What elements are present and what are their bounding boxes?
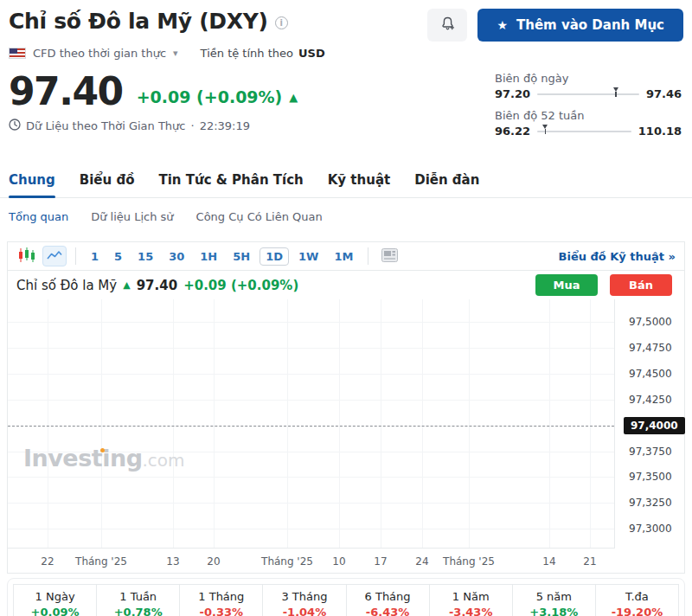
perf-cell-1-week[interactable]: 1 Tuần +0,78%	[97, 585, 180, 616]
perf-value: -1,04%	[263, 605, 345, 616]
gridline	[422, 299, 423, 548]
news-events-button[interactable]	[377, 246, 401, 266]
line-chart-icon	[47, 249, 62, 264]
tab-chung[interactable]: Chung	[9, 172, 55, 197]
day-range-label: Biên độ ngày	[495, 72, 682, 85]
day-range-marker	[613, 87, 618, 97]
header: Chỉ số Đô la Mỹ (DXY) i ★ Thêm vào Danh …	[0, 0, 692, 42]
current-price-badge: 97,4000	[624, 417, 685, 434]
gridline	[101, 299, 102, 548]
gridline	[8, 529, 614, 529]
timeframe-1[interactable]: 1	[85, 247, 105, 266]
x-axis-label: 10	[332, 555, 345, 568]
perf-label: 5 năm	[513, 589, 595, 605]
y-axis-label: 97,3000	[629, 523, 672, 535]
perf-cell-1-year[interactable]: 1 Năm -3,43%	[430, 585, 513, 616]
timeframe-1w[interactable]: 1W	[292, 247, 324, 266]
gridline	[214, 299, 215, 548]
perf-cell-6-months[interactable]: 6 Tháng -6,43%	[347, 585, 430, 616]
instrument-overview-page: Chỉ số Đô la Mỹ (DXY) i ★ Thêm vào Danh …	[0, 0, 692, 616]
chart-panel: 1 5 15 30 1H 5H 1D 1W 1M	[7, 241, 685, 574]
chart-plot-area[interactable]: Investing .com	[8, 299, 615, 549]
us-flag-icon	[9, 48, 26, 59]
day-range-high: 97.46	[646, 87, 682, 100]
add-to-portfolio-label: Thêm vào Danh Mục	[516, 17, 664, 33]
x-axis-label: 22	[41, 555, 54, 568]
perf-cell-max[interactable]: T.đa -19,20%	[596, 585, 678, 616]
x-axis-label: 13	[166, 555, 179, 568]
page-title: Chỉ số Đô la Mỹ (DXY)	[9, 9, 268, 34]
instrument-meta: CFD theo thời gian thực ▾ Tiền tệ tính t…	[0, 42, 692, 60]
perf-cell-1-month[interactable]: 1 Tháng -0,33%	[180, 585, 263, 616]
day-range-low: 97.20	[495, 87, 530, 100]
x-axis-label: 24	[415, 555, 428, 568]
timeframe-1h[interactable]: 1H	[194, 247, 223, 266]
perf-value: +0,78%	[97, 605, 179, 616]
week52-range-high: 110.18	[638, 125, 682, 138]
subtab-tong-quan[interactable]: Tổng quan	[9, 210, 68, 223]
price-change: +0.09 (+0.09%) ▲	[137, 87, 298, 112]
y-axis[interactable]: 97,5000 97,4750 97,4500 97,4250 97,4000 …	[615, 299, 684, 549]
chart-legend: Chỉ số Đô la Mỹ ▲ 97.40 +0.09 (+0.09%) M…	[8, 271, 684, 299]
perf-label: 6 Tháng	[347, 589, 429, 605]
week52-range-track	[537, 131, 631, 132]
toolbar-divider	[368, 247, 368, 265]
week52-range-marker	[542, 125, 548, 134]
gridline	[173, 299, 174, 548]
gridline	[8, 322, 614, 323]
subtab-cong-cu-lien-quan[interactable]: Công Cụ Có Liên Quan	[196, 210, 323, 223]
tab-bieu-do[interactable]: Biểu đồ	[80, 172, 135, 197]
buy-button[interactable]: Mua	[535, 274, 598, 296]
watermark-dot	[100, 448, 105, 452]
subtab-du-lieu-lich-su[interactable]: Dữ liệu Lịch sử	[91, 210, 173, 223]
create-alert-button[interactable]	[427, 9, 467, 42]
legend-price: 97.40	[137, 278, 177, 293]
realtime-row: Dữ Liệu theo Thời Gian Thực · 22:39:19	[9, 119, 298, 133]
timeframe-1d[interactable]: 1D	[260, 247, 289, 266]
gridline	[8, 400, 614, 401]
current-price-line	[8, 426, 614, 427]
perf-cell-5-years[interactable]: 5 năm +3,18%	[513, 585, 596, 616]
up-triangle-icon: ▲	[289, 91, 298, 104]
realtime-time: 22:39:19	[200, 119, 250, 132]
timeframe-30[interactable]: 30	[163, 247, 190, 266]
perf-value: -3,43%	[430, 605, 512, 616]
y-axis-label: 97,5000	[629, 316, 672, 328]
timeframe-15[interactable]: 15	[131, 247, 159, 266]
perf-value: -19,20%	[596, 605, 678, 616]
caret-down-icon[interactable]: ▾	[173, 48, 178, 59]
line-chart-button[interactable]	[42, 246, 67, 266]
instrument-type-label[interactable]: CFD theo thời gian thực	[33, 47, 166, 60]
performance-summary: 1 Ngày +0,09% 1 Tuần +0,78% 1 Tháng -0,3…	[7, 578, 685, 616]
perf-label: 1 Ngày	[14, 589, 96, 605]
gridline	[469, 299, 470, 548]
y-axis-label: 97,3250	[629, 497, 672, 509]
watermark-suffix: .com	[142, 450, 184, 471]
day-range-track	[537, 93, 639, 95]
info-icon[interactable]: i	[275, 16, 288, 29]
add-to-portfolio-button[interactable]: ★ Thêm vào Danh Mục	[477, 9, 683, 42]
timeframe-1m[interactable]: 1M	[328, 247, 359, 266]
legend-name: Chỉ số Đô la Mỹ	[16, 278, 117, 293]
tab-ky-thuat[interactable]: Kỹ thuật	[328, 172, 390, 197]
timeframe-5[interactable]: 5	[108, 247, 128, 266]
last-price: 97.40	[9, 72, 123, 112]
y-axis-label: 97,3750	[629, 446, 672, 458]
timeframe-5h[interactable]: 5H	[227, 247, 256, 266]
legend-change: +0.09 (+0.09%)	[183, 278, 298, 293]
gridline	[48, 299, 48, 548]
tab-tin-tuc-phan-tich[interactable]: Tin Tức & Phân Tích	[159, 172, 304, 197]
perf-cell-1-day[interactable]: 1 Ngày +0,09%	[14, 585, 97, 616]
tab-dien-dan[interactable]: Diễn đàn	[414, 172, 479, 197]
legend-up-arrow-icon: ▲	[123, 279, 130, 291]
technical-chart-link[interactable]: Biểu đồ Kỹ thuật »	[559, 250, 676, 263]
ranges: Biên độ ngày 97.20 97.46 Biên độ 52 tuần…	[495, 72, 683, 146]
sell-button[interactable]: Bán	[610, 274, 672, 296]
y-axis-label: 97,4250	[629, 394, 672, 406]
week52-range-low: 96.22	[495, 125, 530, 138]
candlestick-chart-button[interactable]	[15, 246, 39, 266]
x-axis[interactable]: 22 Tháng '25 13 20 Tháng '25 10 17 24 Th…	[8, 552, 615, 571]
gridline	[590, 299, 591, 548]
gridline	[549, 299, 550, 548]
perf-cell-3-months[interactable]: 3 Tháng -1,04%	[263, 585, 346, 616]
